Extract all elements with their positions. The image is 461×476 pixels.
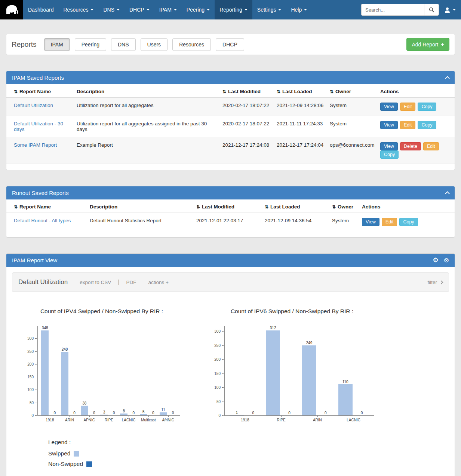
- x-axis-label: AfriNIC: [162, 418, 174, 422]
- search-button[interactable]: [424, 4, 439, 16]
- view-button[interactable]: View: [380, 103, 398, 111]
- column-header-actions: Actions: [377, 84, 455, 98]
- gear-icon[interactable]: ⚙: [433, 257, 439, 263]
- column-header-report-name[interactable]: Report Name: [6, 84, 74, 98]
- report-name-link[interactable]: Some IPAM Report: [14, 142, 57, 148]
- close-icon[interactable]: ⊗: [444, 257, 449, 263]
- nav-item-settings[interactable]: Settings: [252, 0, 286, 19]
- column-header-last-modified[interactable]: Last Modified: [219, 84, 274, 98]
- cell-last-loaded: 2021-12-09 14:28:06: [274, 98, 327, 116]
- search-input[interactable]: [361, 4, 424, 16]
- ipam-saved-reports-panel: IPAM Saved Reports Report NameDescriptio…: [6, 71, 455, 170]
- sort-icon[interactable]: [196, 204, 202, 210]
- tab-peering[interactable]: Peering: [75, 38, 106, 51]
- reports-toolbar: Reports IPAMPeeringDNSUsersResourcesDHCP…: [6, 34, 455, 55]
- plot-area: 348019182480ARIN380APNIC30RIPE80LACNIC50…: [37, 326, 180, 416]
- report-name-link[interactable]: Default Utilization: [14, 103, 53, 108]
- sort-icon[interactable]: [277, 89, 282, 94]
- column-label: Last Modified: [202, 204, 234, 210]
- provision-logo[interactable]: [0, 0, 23, 19]
- bar-group-afrinic: 110AfriNIC: [160, 326, 177, 415]
- ipam-panel-header: IPAM Saved Reports: [6, 71, 455, 84]
- x-axis-label: APNIC: [83, 418, 95, 422]
- filter-toggle[interactable]: filter: [427, 280, 443, 285]
- sort-icon[interactable]: [265, 204, 270, 210]
- legend-title: Legend :: [48, 439, 455, 446]
- column-label: Description: [77, 89, 104, 94]
- table-header-row: Report NameDescriptionLast ModifiedLast …: [6, 84, 455, 98]
- column-header-last-loaded[interactable]: Last Loaded: [262, 199, 329, 213]
- bar-value-label: 312: [270, 326, 276, 330]
- search-icon: [429, 7, 434, 12]
- column-header-owner[interactable]: Owner: [329, 199, 359, 213]
- column-label: Actions: [362, 204, 381, 210]
- sort-icon[interactable]: [14, 204, 19, 210]
- report-name-link[interactable]: Default Utilization - 30 days: [14, 121, 63, 132]
- view-button[interactable]: View: [380, 121, 398, 129]
- column-header-description: Description: [87, 199, 193, 213]
- view-button[interactable]: View: [362, 218, 379, 226]
- copy-button[interactable]: Copy: [418, 103, 436, 111]
- bar-value-label: 0: [252, 411, 255, 415]
- report-name-link[interactable]: Default Runout - All types: [14, 218, 71, 223]
- sort-icon[interactable]: [222, 89, 228, 94]
- tab-resources[interactable]: Resources: [172, 38, 211, 51]
- sort-icon[interactable]: [332, 204, 338, 210]
- edit-button[interactable]: Edit: [382, 218, 397, 226]
- legend-item-non-swipped: Non-Swipped: [48, 461, 455, 467]
- bar-wrap: 0: [130, 326, 137, 415]
- cell-report-name: Some IPAM Report: [6, 137, 74, 164]
- nav-item-ipam[interactable]: IPAM: [154, 0, 182, 19]
- edit-button[interactable]: Edit: [423, 142, 439, 150]
- tab-ipam[interactable]: IPAM: [44, 38, 70, 51]
- column-header-owner[interactable]: Owner: [327, 84, 377, 98]
- delete-button[interactable]: Delete: [400, 142, 421, 150]
- column-header-last-modified[interactable]: Last Modified: [193, 199, 262, 213]
- edit-button[interactable]: Edit: [400, 121, 416, 129]
- cell-description: Default Runout Statistics Report: [87, 213, 193, 231]
- actions-link[interactable]: actions +: [148, 280, 168, 285]
- cell-actions: ViewEditCopy: [377, 116, 455, 137]
- cell-owner: System: [329, 213, 359, 231]
- tab-users[interactable]: Users: [141, 38, 168, 51]
- bar-wrap: 0: [282, 326, 296, 415]
- column-label: Report Name: [19, 204, 51, 210]
- y-tick-label: 0: [218, 414, 224, 418]
- view-button[interactable]: View: [380, 142, 398, 150]
- nav-item-help[interactable]: Help: [286, 0, 312, 19]
- add-report-button[interactable]: Add Report: [406, 38, 449, 51]
- edit-button[interactable]: Edit: [400, 103, 416, 111]
- cell-last-loaded: 2021-12-09 14:36:54: [262, 213, 329, 231]
- filter-label: filter: [427, 280, 437, 285]
- nav-item-dhcp[interactable]: DHCP: [125, 0, 154, 19]
- chart-title: Count of IPV6 Swipped / Non-Swipped By R…: [210, 308, 374, 315]
- panel-title: IPAM Report View: [12, 257, 57, 263]
- nav-item-dns[interactable]: DNS: [98, 0, 125, 19]
- export-csv-link[interactable]: export to CSV: [80, 280, 111, 285]
- tab-dhcp[interactable]: DHCP: [216, 38, 244, 51]
- user-menu[interactable]: [444, 7, 456, 13]
- x-axis-label: ARIN: [65, 418, 74, 422]
- nav-item-reporting[interactable]: Reporting: [215, 0, 252, 19]
- bar-value-label: 3: [103, 410, 105, 414]
- nav-item-peering[interactable]: Peering: [182, 0, 215, 19]
- bar-wrap: 248: [61, 326, 68, 415]
- report-view-header: IPAM Report View ⚙ ⊗: [6, 254, 455, 267]
- copy-button[interactable]: Copy: [418, 121, 436, 129]
- collapse-icon[interactable]: [445, 76, 450, 81]
- bar-value-label: 0: [325, 411, 327, 415]
- sort-icon[interactable]: [330, 89, 335, 94]
- y-tick-label: 250: [214, 344, 224, 348]
- plus-icon: [441, 41, 444, 48]
- ipam-report-view-panel: IPAM Report View ⚙ ⊗ Default Utilization…: [6, 253, 455, 476]
- column-header-report-name[interactable]: Report Name: [6, 199, 87, 213]
- tab-dns[interactable]: DNS: [111, 38, 136, 51]
- column-header-last-loaded[interactable]: Last Loaded: [274, 84, 327, 98]
- copy-button[interactable]: Copy: [380, 150, 399, 159]
- sort-icon[interactable]: [14, 89, 19, 94]
- copy-button[interactable]: Copy: [399, 218, 418, 226]
- nav-item-dashboard[interactable]: Dashboard: [23, 0, 59, 19]
- collapse-icon[interactable]: [445, 191, 450, 196]
- pdf-link[interactable]: PDF: [126, 280, 136, 285]
- nav-item-resources[interactable]: Resources: [59, 0, 99, 19]
